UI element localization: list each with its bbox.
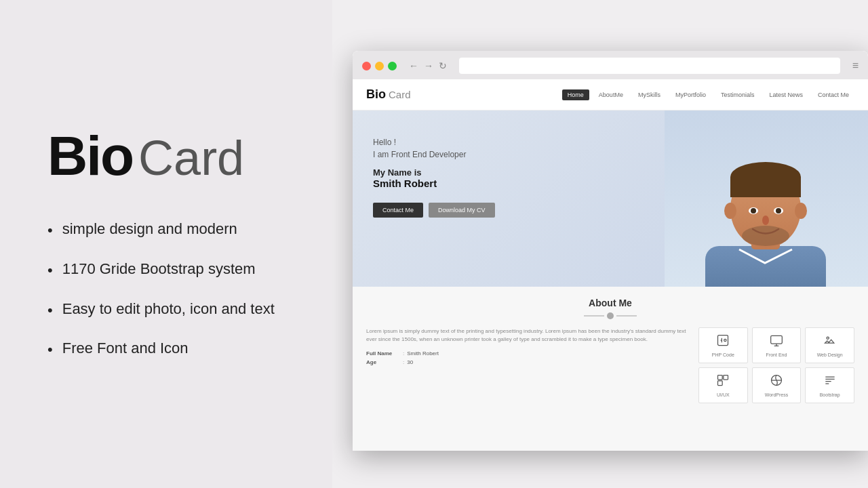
svg-point-12 <box>776 208 781 214</box>
svg-point-8 <box>795 203 807 219</box>
divider-dot <box>607 312 614 319</box>
info-sep-2: : <box>403 359 404 365</box>
skill-card-s4: UI/UX <box>698 367 748 403</box>
main-wrapper: BioCard • simple design and modern • 117… <box>0 0 868 488</box>
title-bio: Bio <box>47 125 133 186</box>
site-nav-links: Home AboutMe MySkills MyPortfolio Testim… <box>562 89 854 100</box>
contact-button[interactable]: Contact Me <box>373 203 423 218</box>
title-card: Card <box>138 131 244 185</box>
nav-link-myportfolio[interactable]: MyPortfolio <box>670 89 711 100</box>
feature-text-4: Free Font and Icon <box>62 339 189 359</box>
nav-link-contactme[interactable]: Contact Me <box>812 89 854 100</box>
right-panel: ← → ↻ ≡ Bio Card Home <box>332 0 868 488</box>
about-info-age: Age : 30 <box>366 359 688 365</box>
traffic-lights <box>362 62 397 70</box>
bullet-4: • <box>47 340 53 360</box>
divider-line-left <box>584 315 604 317</box>
left-panel: BioCard • simple design and modern • 117… <box>0 0 332 488</box>
skill-icon-wordpress <box>770 373 783 390</box>
hero-text: Hello ! I am Front End Developer My Name… <box>353 110 515 245</box>
refresh-icon[interactable]: ↻ <box>439 60 447 71</box>
address-bar[interactable] <box>459 58 840 74</box>
skill-icon-frontend <box>770 333 783 350</box>
about-text-col: Lorem ipsum is simply dummy text of the … <box>366 327 688 403</box>
info-val-age: 30 <box>407 359 413 365</box>
nav-link-myskills[interactable]: MySkills <box>633 89 666 100</box>
svg-point-16 <box>724 339 726 341</box>
feature-item-2: • 1170 Gride Bootstrap system <box>47 260 298 281</box>
svg-rect-6 <box>730 177 801 197</box>
skill-icon-bootstrap <box>823 373 837 390</box>
feature-text-3: Easy to edit photo, icon and text <box>62 300 275 319</box>
about-divider <box>366 312 854 319</box>
about-title: About Me <box>366 298 854 308</box>
browser-nav: ← → ↻ <box>409 60 447 71</box>
skill-label-s4: UI/UX <box>717 392 730 397</box>
browser-chrome: ← → ↻ ≡ <box>353 51 868 79</box>
bullet-3: • <box>47 301 53 321</box>
nav-link-home[interactable]: Home <box>562 89 589 100</box>
forward-arrow-icon[interactable]: → <box>424 60 433 71</box>
info-label-fullname: Full Name <box>366 350 400 357</box>
svg-point-10 <box>751 208 756 214</box>
nav-link-latestnews[interactable]: Latest News <box>764 89 808 100</box>
site-hero: Hello ! I am Front End Developer My Name… <box>353 110 868 287</box>
site-about: About Me Lorem ipsum is simply dummy tex… <box>353 287 868 451</box>
skills-grid: PHP Code Front End <box>698 327 854 403</box>
about-body: Lorem ipsum is simply dummy text of the … <box>366 327 854 403</box>
skill-label-frontend: Front End <box>766 352 787 357</box>
svg-point-18 <box>827 337 829 339</box>
hero-name-label: My Name is <box>373 167 495 178</box>
divider-line-right <box>616 315 637 317</box>
svg-point-7 <box>724 203 736 219</box>
about-lorem: Lorem ipsum is simply dummy text of the … <box>366 327 688 344</box>
title-block: BioCard <box>47 128 298 186</box>
skill-icon-s4 <box>716 373 730 390</box>
traffic-light-yellow[interactable] <box>375 62 384 70</box>
hero-subtitle: I am Front End Developer <box>373 150 495 159</box>
svg-rect-20 <box>724 375 728 380</box>
skill-label-wordpress: WordPress <box>765 392 789 397</box>
features-list: • simple design and modern • 1170 Gride … <box>47 220 298 359</box>
skill-card-php: PHP Code <box>698 327 748 363</box>
person-svg <box>665 110 868 287</box>
skill-card-webdesign: Web Design <box>805 327 854 363</box>
feature-item-3: • Easy to edit photo, icon and text <box>47 300 298 321</box>
skill-icon-webdesign <box>823 333 837 350</box>
hero-hello: Hello ! <box>373 138 495 147</box>
website-content: Bio Card Home AboutMe MySkills MyPortfol… <box>353 79 868 451</box>
svg-rect-2 <box>705 246 826 287</box>
traffic-light-red[interactable] <box>362 62 371 70</box>
nav-link-testimonials[interactable]: Testimonials <box>715 89 760 100</box>
traffic-light-green[interactable] <box>388 62 397 70</box>
feature-item-4: • Free Font and Icon <box>47 339 298 360</box>
nav-link-aboutme[interactable]: AboutMe <box>593 89 629 100</box>
skill-card-bootstrap: Bootstrap <box>805 367 854 403</box>
skill-label-bootstrap: Bootstrap <box>820 392 840 397</box>
svg-point-13 <box>762 216 769 225</box>
svg-rect-21 <box>718 381 723 386</box>
download-cv-button[interactable]: Download My CV <box>429 203 495 218</box>
skill-label-php: PHP Code <box>712 352 734 357</box>
svg-rect-19 <box>718 375 723 380</box>
browser-window: ← → ↻ ≡ Bio Card Home <box>353 51 868 451</box>
info-label-age: Age <box>366 359 400 365</box>
about-skills-col: PHP Code Front End <box>698 327 854 403</box>
hero-photo <box>651 110 868 287</box>
feature-text-2: 1170 Gride Bootstrap system <box>62 260 256 279</box>
about-info-fullname: Full Name : Smith Robert <box>366 350 688 357</box>
browser-menu-icon[interactable]: ≡ <box>852 60 859 72</box>
svg-rect-17 <box>771 336 783 344</box>
skill-card-wordpress: WordPress <box>752 367 802 403</box>
info-val-fullname: Smith Robert <box>407 350 439 357</box>
skill-icon-php <box>716 333 730 350</box>
back-arrow-icon[interactable]: ← <box>409 60 418 71</box>
feature-item-1: • simple design and modern <box>47 220 298 241</box>
bullet-1: • <box>47 221 53 241</box>
site-logo: Bio Card <box>366 87 411 102</box>
site-logo-bio: Bio <box>366 87 386 102</box>
bullet-2: • <box>47 261 53 281</box>
site-logo-card: Card <box>389 89 411 100</box>
skill-label-webdesign: Web Design <box>817 352 843 357</box>
feature-text-1: simple design and modern <box>62 220 237 239</box>
